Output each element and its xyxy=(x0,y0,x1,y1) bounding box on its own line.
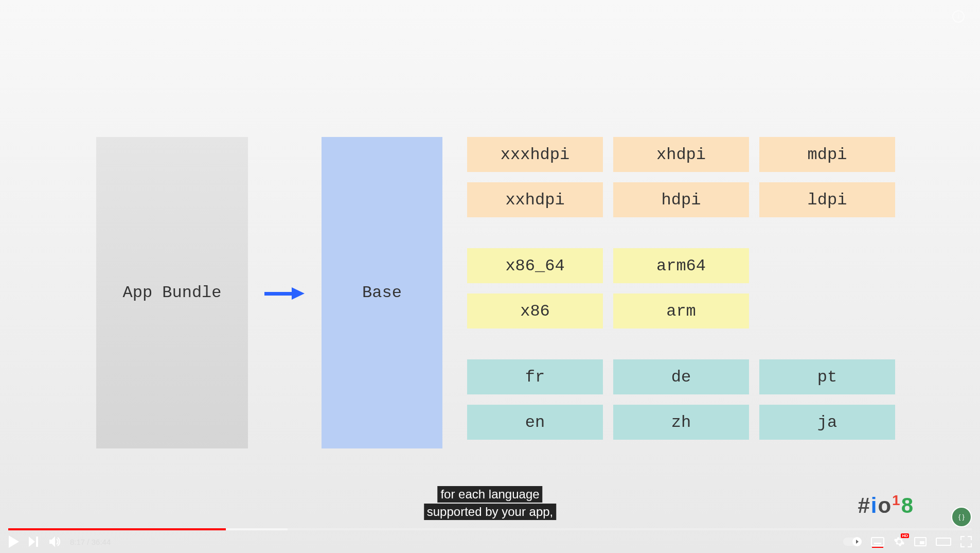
caption-line-2: supported by your app, xyxy=(424,504,557,520)
hd-badge: HD xyxy=(901,533,909,538)
density-cell: ldpi xyxy=(759,182,895,217)
arch-cell: x86 xyxy=(467,293,603,329)
base-label: Base xyxy=(362,283,402,302)
info-icon[interactable]: i xyxy=(952,10,965,23)
density-cell: xxxhdpi xyxy=(467,137,603,172)
captions-button[interactable] xyxy=(871,537,884,546)
density-cell: xhdpi xyxy=(613,137,749,172)
svg-rect-0 xyxy=(36,537,38,547)
play-button[interactable] xyxy=(8,535,20,548)
app-bundle-label: App Bundle xyxy=(122,283,221,302)
video-player: i App Bundle Base xxxhdpi xhdpi mdpi xxh… xyxy=(0,0,980,553)
lang-cell: en xyxy=(467,405,603,440)
volume-button[interactable] xyxy=(48,535,61,548)
player-controls: 8:17 / 36:44 HD xyxy=(0,530,980,553)
settings-button[interactable]: HD xyxy=(894,536,905,547)
density-cell: mdpi xyxy=(759,137,895,172)
lang-group: fr de pt en zh ja xyxy=(467,359,895,440)
caption: for each language supported by your app, xyxy=(424,486,557,521)
autoplay-toggle[interactable] xyxy=(843,538,862,546)
density-group: xxxhdpi xhdpi mdpi xxhdpi hdpi ldpi xyxy=(467,137,895,217)
miniplayer-button[interactable] xyxy=(914,537,926,546)
config-grid: xxxhdpi xhdpi mdpi xxhdpi hdpi ldpi x86_… xyxy=(467,137,895,440)
next-button[interactable] xyxy=(29,537,39,547)
arch-group: x86_64 arm64 x86 arm xyxy=(467,248,895,329)
io-logo: #io18 xyxy=(858,493,913,518)
slide-content: i App Bundle Base xxxhdpi xhdpi mdpi xxh… xyxy=(0,0,980,553)
channel-avatar[interactable]: { } xyxy=(951,507,972,527)
base-box: Base xyxy=(322,137,442,448)
arrow-icon xyxy=(264,287,305,300)
lang-cell: ja xyxy=(759,405,895,440)
density-cell: hdpi xyxy=(613,182,749,217)
lang-cell: zh xyxy=(613,405,749,440)
time-display: 8:17 / 36:44 xyxy=(70,538,111,546)
lang-cell: fr xyxy=(467,359,603,394)
lang-cell: de xyxy=(613,359,749,394)
density-cell: xxhdpi xyxy=(467,182,603,217)
caption-line-1: for each language xyxy=(437,486,542,503)
fullscreen-button[interactable] xyxy=(960,536,972,547)
lang-cell: pt xyxy=(759,359,895,394)
theater-mode-button[interactable] xyxy=(936,538,951,546)
arch-cell: x86_64 xyxy=(467,248,603,283)
arch-cell: arm64 xyxy=(613,248,749,283)
arch-cell: arm xyxy=(613,293,749,329)
app-bundle-box: App Bundle xyxy=(96,137,248,448)
